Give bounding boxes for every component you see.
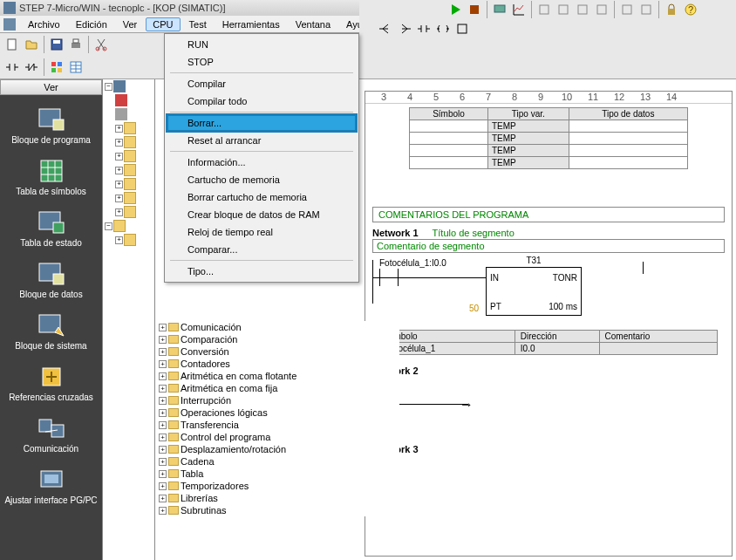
tree-item[interactable]: +Desplazamiento/rotación <box>155 443 399 455</box>
tree-item[interactable]: +Subrutinas <box>155 504 399 516</box>
program-comments[interactable]: COMENTARIOS DEL PROGRAMA <box>372 207 725 222</box>
expander-icon[interactable]: + <box>115 153 123 160</box>
ladder-left-icon[interactable] <box>377 20 394 38</box>
tree-item[interactable]: +Interrupción <box>155 394 399 406</box>
network-comment[interactable]: Comentario de segmento <box>372 239 725 253</box>
tool5-icon[interactable] <box>618 1 636 18</box>
expander-icon[interactable]: + <box>115 139 123 147</box>
menu-reloj[interactable]: Reloj de tiempo real <box>167 223 357 241</box>
chart-icon[interactable] <box>510 1 528 18</box>
box-tool-icon[interactable] <box>453 20 471 38</box>
tree-item[interactable]: +Conversión <box>155 345 399 358</box>
expander-icon[interactable]: + <box>159 324 167 331</box>
menu-compilar-todo[interactable]: Compilar todo <box>167 92 357 110</box>
expander-icon[interactable]: + <box>159 385 167 393</box>
tool2-icon[interactable] <box>555 1 572 18</box>
contact-tool-icon[interactable] <box>415 20 433 38</box>
menu-reset-arrancar[interactable]: Reset al arrancar <box>167 132 357 149</box>
run-icon[interactable] <box>446 1 464 18</box>
tree-item[interactable]: +Librerías <box>155 492 399 504</box>
expander-icon[interactable]: + <box>159 482 167 490</box>
menu-archivo[interactable]: Archivo <box>21 17 67 31</box>
ladder-diagram[interactable]: → <box>372 383 725 418</box>
menu-herramientas[interactable]: Herramientas <box>215 17 287 31</box>
network-1[interactable]: Network 1 Título de segmento Comentario … <box>372 228 725 355</box>
open-icon[interactable] <box>23 36 40 53</box>
expander-icon[interactable]: + <box>159 372 167 380</box>
network-2[interactable]: Network 2 → <box>372 365 725 418</box>
menu-test[interactable]: Test <box>182 17 214 31</box>
ladder-diagram[interactable]: Fotocélula_1:I0.0 T31 IN TONR PT 100 ms … <box>372 260 725 321</box>
expander-icon[interactable]: − <box>105 222 112 230</box>
coil-tool-icon[interactable] <box>434 20 452 38</box>
tool4-icon[interactable] <box>593 1 610 18</box>
expander-icon[interactable]: − <box>105 83 112 91</box>
print-icon[interactable] <box>67 36 85 53</box>
tree-item[interactable]: +Temporizadores <box>155 480 399 492</box>
expander-icon[interactable]: + <box>159 397 167 405</box>
tree-item[interactable]: +Comunicación <box>155 321 399 333</box>
ladder-right-icon[interactable] <box>396 20 413 38</box>
nav-bloque-datos[interactable]: Bloque de datos <box>0 256 102 308</box>
expander-icon[interactable]: + <box>159 446 167 454</box>
expander-icon[interactable]: + <box>159 421 167 429</box>
tool6-icon[interactable] <box>637 1 655 18</box>
nav-comunicacion[interactable]: Comunicación <box>0 411 102 462</box>
nav-tabla-estado[interactable]: Tabla de estado <box>0 205 102 256</box>
help-icon[interactable]: ? <box>682 1 699 18</box>
menu-crear-bloque-ram[interactable]: Crear bloque de datos de RAM <box>167 206 357 223</box>
tree-item[interactable]: +Operaciones lógicas <box>155 406 399 419</box>
nav-bloque-programa[interactable]: Bloque de programa <box>0 102 102 154</box>
expander-icon[interactable]: + <box>159 434 167 441</box>
menu-tipo[interactable]: Tipo... <box>167 263 357 280</box>
project-tree[interactable]: − + + + + + + + − + <box>103 79 155 560</box>
variable-table[interactable]: SímboloTipo var.Tipo de datos TEMP TEMP … <box>409 107 688 169</box>
tree-item[interactable]: +Contadores <box>155 358 399 370</box>
expander-icon[interactable]: + <box>159 360 167 368</box>
network-3[interactable]: Network 3 <box>372 444 725 454</box>
expander-icon[interactable]: + <box>159 507 167 515</box>
menu-informacion[interactable]: Información... <box>167 154 357 171</box>
expander-icon[interactable]: + <box>115 125 123 133</box>
expander-icon[interactable]: + <box>159 495 167 502</box>
contact-no-icon[interactable] <box>3 58 21 76</box>
menu-borrar-cartucho[interactable]: Borrar cartucho de memoria <box>167 188 357 206</box>
menu-cartucho-memoria[interactable]: Cartucho de memoria <box>167 171 357 188</box>
menu-comparar[interactable]: Comparar... <box>167 241 357 258</box>
menu-borrar[interactable]: Borrar... <box>166 113 358 133</box>
expander-icon[interactable]: + <box>159 470 167 478</box>
menu-stop[interactable]: STOP <box>167 53 357 71</box>
menu-ventana[interactable]: Ventana <box>289 17 337 31</box>
expander-icon[interactable]: + <box>159 409 167 417</box>
tree-item[interactable]: +Transferencia <box>155 419 399 431</box>
expander-icon[interactable]: + <box>159 348 167 356</box>
new-icon[interactable] <box>3 36 21 53</box>
stop-icon[interactable] <box>466 1 483 18</box>
network-title[interactable]: Título de segmento <box>433 228 515 238</box>
menu-edicion[interactable]: Edición <box>69 17 114 31</box>
contact-nc-icon[interactable] <box>23 58 40 76</box>
menu-run[interactable]: RUN <box>167 36 357 53</box>
monitor-icon[interactable] <box>491 1 508 18</box>
cut-icon[interactable] <box>92 36 110 53</box>
network-view-icon[interactable] <box>48 58 65 76</box>
expander-icon[interactable]: + <box>159 458 167 466</box>
menu-compilar[interactable]: Compilar <box>167 75 357 92</box>
expander-icon[interactable]: + <box>159 336 167 344</box>
tree-item[interactable]: +Aritmética en coma flotante <box>155 370 399 382</box>
tree-item[interactable]: +Control del programa <box>155 431 399 443</box>
tool1-icon[interactable] <box>535 1 553 18</box>
tool3-icon[interactable] <box>574 1 591 18</box>
nav-bloque-sistema[interactable]: Bloque de sistema <box>0 308 102 359</box>
expander-icon[interactable]: + <box>115 167 123 174</box>
nav-ajustar-interface[interactable]: Ajustar interface PG/PC <box>0 462 102 514</box>
symbol-table-icon[interactable] <box>67 58 85 76</box>
tree-item[interactable]: +Cadena <box>155 455 399 468</box>
nav-referencias-cruzadas[interactable]: Referencias cruzadas <box>0 359 102 411</box>
expander-icon[interactable]: + <box>115 195 123 202</box>
tree-item[interactable]: +Aritmética en coma fija <box>155 382 399 394</box>
tree-item[interactable]: +Comparación <box>155 333 399 345</box>
menu-ver[interactable]: Ver <box>116 17 145 31</box>
timer-block[interactable]: T31 IN TONR PT 100 ms 50 <box>486 267 582 316</box>
lock-icon[interactable] <box>663 1 680 18</box>
